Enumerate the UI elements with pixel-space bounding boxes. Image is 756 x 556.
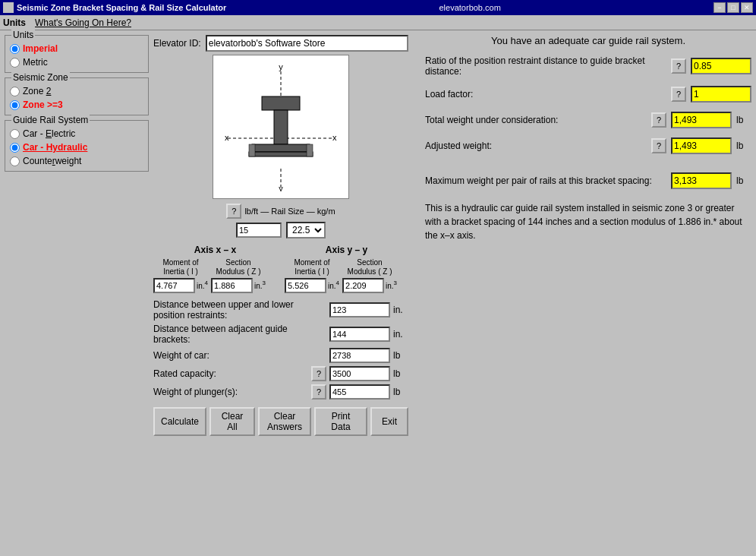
counterweight-radio[interactable] xyxy=(10,156,20,166)
zone3-radio[interactable] xyxy=(10,100,20,110)
total-weight-row: Total weight under consideration: ? lb xyxy=(425,112,751,128)
ratio-input[interactable] xyxy=(691,58,751,74)
axis-xx-section-label: SectionModulus ( Z ) xyxy=(216,258,261,276)
axis-yy-section-input[interactable] xyxy=(342,278,384,293)
svg-text:x: x xyxy=(332,133,337,142)
main-content: Units Imperial Metric Seismic Zone Zone … xyxy=(0,30,756,556)
axis-yy-moment-input[interactable] xyxy=(285,278,326,293)
axis-xx-section-input[interactable] xyxy=(211,278,253,293)
axis-xx-fields: Moment ofInertia ( I ) in.4 SectionModul… xyxy=(153,258,277,293)
svg-rect-9 xyxy=(252,144,310,152)
rail-size-lb-input[interactable] xyxy=(236,223,282,238)
maximize-button[interactable]: □ xyxy=(727,2,739,13)
counterweight-option[interactable]: Counterweight xyxy=(10,156,143,166)
adjusted-weight-unit: lb xyxy=(736,141,751,151)
car-hydraulic-option[interactable]: Car - Hydraulic xyxy=(10,142,143,153)
axis-xx-section-group: SectionModulus ( Z ) in.3 xyxy=(211,258,266,293)
weight-car-input[interactable] xyxy=(329,348,390,363)
minimize-button[interactable]: − xyxy=(713,2,726,13)
zone3-option[interactable]: Zone >=3 xyxy=(10,100,143,110)
data-fields: Distance between upper and lower positio… xyxy=(153,299,408,400)
close-button[interactable]: ✕ xyxy=(741,2,753,13)
rated-capacity-input[interactable] xyxy=(329,366,390,381)
axis-xx-moment-unit: in.4 xyxy=(197,280,208,291)
zone2-option[interactable]: Zone 2 xyxy=(10,86,143,96)
total-weight-unit: lb xyxy=(736,115,751,125)
max-weight-section: Maximum weight per pair of rails at this… xyxy=(425,169,751,189)
rated-capacity-help-button[interactable]: ? xyxy=(311,366,326,381)
exit-button[interactable]: Exit xyxy=(370,407,408,436)
total-weight-help-button[interactable]: ? xyxy=(651,112,666,128)
position-restraints-input[interactable] xyxy=(329,302,390,317)
max-weight-input[interactable] xyxy=(671,172,732,189)
imperial-option[interactable]: Imperial xyxy=(10,43,143,54)
weight-plunger-input[interactable] xyxy=(329,384,390,400)
total-weight-input[interactable] xyxy=(671,112,732,128)
weight-plunger-label: Weight of plunger(s): xyxy=(153,387,308,397)
svg-text:y: y xyxy=(279,184,283,191)
svg-rect-8 xyxy=(274,110,288,144)
right-panel: You have an adequate car guide rail syst… xyxy=(417,35,751,551)
load-factor-input[interactable] xyxy=(691,86,751,103)
imperial-radio[interactable] xyxy=(10,44,20,54)
axis-yy-fields: Moment ofInertia ( I ) in.4 SectionModul… xyxy=(285,258,408,293)
max-weight-unit: lb xyxy=(736,175,751,186)
max-weight-label: Maximum weight per pair of rails at this… xyxy=(425,175,666,186)
axis-xx-group: Axis x – x Moment ofInertia ( I ) in.4 S… xyxy=(153,245,277,293)
axis-yy-moment-unit: in.4 xyxy=(328,280,339,291)
car-electric-option[interactable]: Car - Electric xyxy=(10,128,143,139)
axis-yy-moment-group: Moment ofInertia ( I ) in.4 xyxy=(285,258,339,293)
rail-diagram-svg: y x x y xyxy=(220,62,342,191)
metric-option[interactable]: Metric xyxy=(10,57,143,68)
title-bar: Seismic Zone Bracket Spacing & Rail Size… xyxy=(0,0,756,15)
weight-plunger-row: Weight of plunger(s): ? lb xyxy=(153,384,408,400)
elevator-id-label: Elevator ID: xyxy=(153,38,201,49)
zone2-radio[interactable] xyxy=(10,87,20,96)
rail-size-select[interactable]: 22.5 11 15 18.5 22 30 xyxy=(286,222,326,239)
calculate-button[interactable]: Calculate xyxy=(153,407,206,436)
result-status: You have an adequate car guide rail syst… xyxy=(425,35,751,46)
car-electric-radio[interactable] xyxy=(10,129,20,139)
seismic-zone-title: Seismic Zone xyxy=(11,72,70,83)
weight-car-unit: lb xyxy=(393,350,408,361)
axis-yy-title: Axis y – y xyxy=(285,245,408,255)
position-restraints-label: Distance between upper and lower positio… xyxy=(153,299,326,321)
axis-xx-moment-input[interactable] xyxy=(153,278,195,293)
left-panel: Units Imperial Metric Seismic Zone Zone … xyxy=(5,35,149,551)
button-row: Calculate Clear All ClearAnswers PrintDa… xyxy=(153,407,408,436)
window-title: Seismic Zone Bracket Spacing & Rail Size… xyxy=(17,3,226,12)
menu-whats-going-on[interactable]: What's Going On Here? xyxy=(35,17,131,28)
app-icon xyxy=(3,2,14,13)
units-radio-group: Imperial Metric xyxy=(10,43,143,68)
guide-brackets-unit: in. xyxy=(393,329,408,340)
rated-capacity-row: Rated capacity: ? lb xyxy=(153,366,408,381)
clear-answers-button[interactable]: ClearAnswers xyxy=(258,407,311,436)
weight-plunger-help-button[interactable]: ? xyxy=(311,384,326,400)
clear-all-button[interactable]: Clear All xyxy=(209,407,255,436)
svg-rect-12 xyxy=(307,144,313,156)
load-factor-label: Load factor: xyxy=(425,89,666,100)
axis-yy-section-label: SectionModulus ( Z ) xyxy=(348,258,392,276)
rail-size-help-button[interactable]: ? xyxy=(226,204,241,219)
car-electric-label: Car - Electric xyxy=(23,128,75,139)
load-factor-help-button[interactable]: ? xyxy=(671,87,686,102)
svg-text:x: x xyxy=(225,133,229,142)
svg-rect-10 xyxy=(249,152,313,156)
axis-yy-section-group: SectionModulus ( Z ) in.3 xyxy=(342,258,397,293)
menu-units[interactable]: Units xyxy=(3,17,26,28)
ratio-help-button[interactable]: ? xyxy=(671,58,686,74)
metric-label: Metric xyxy=(23,57,48,68)
guide-brackets-input[interactable] xyxy=(329,327,390,342)
elevator-id-row: Elevator ID: xyxy=(153,35,408,52)
ratio-row: Ratio of the position restraint distance… xyxy=(425,55,751,77)
weight-plunger-unit: lb xyxy=(393,387,408,397)
car-hydraulic-radio[interactable] xyxy=(10,143,20,153)
adjusted-weight-help-button[interactable]: ? xyxy=(651,138,666,153)
axis-xx-moment-group: Moment ofInertia ( I ) in.4 xyxy=(153,258,208,293)
metric-radio[interactable] xyxy=(10,58,20,68)
zone2-label: Zone 2 xyxy=(23,86,51,96)
adjusted-weight-input[interactable] xyxy=(671,137,732,154)
axis-section: Axis x – x Moment ofInertia ( I ) in.4 S… xyxy=(153,245,408,293)
print-data-button[interactable]: PrintData xyxy=(314,407,367,436)
elevator-id-input[interactable] xyxy=(206,35,408,52)
